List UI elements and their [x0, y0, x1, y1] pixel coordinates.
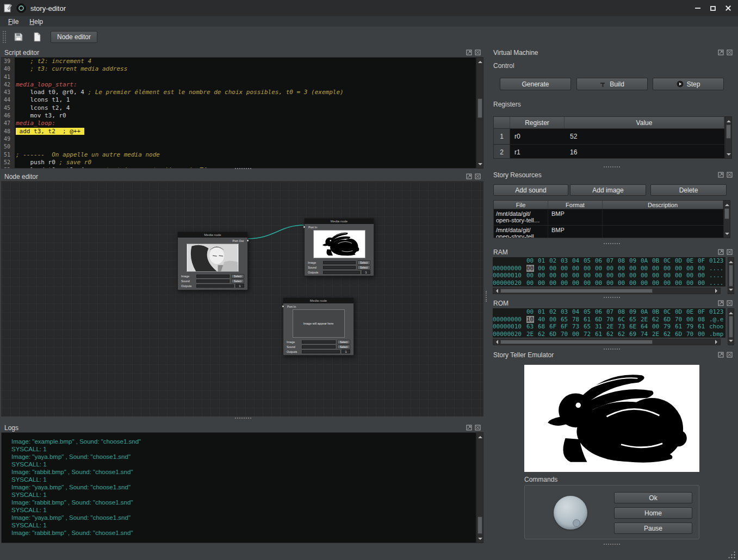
scrollbar-thumb[interactable]: [500, 340, 653, 344]
scroll-up-icon[interactable]: [477, 58, 483, 65]
hex-byte[interactable]: 00: [595, 265, 606, 272]
hex-byte[interactable]: 00: [584, 265, 595, 272]
media-node-empty[interactable]: Media node Port In Image will appear her…: [283, 297, 354, 356]
new-file-button[interactable]: [30, 30, 44, 44]
scroll-right-icon[interactable]: [714, 339, 720, 345]
hex-byte[interactable]: 00: [618, 279, 629, 287]
scroll-down-icon[interactable]: [477, 161, 483, 168]
registers-scrollbar[interactable]: [725, 116, 732, 159]
node-row-field[interactable]: [302, 345, 336, 349]
resource-row[interactable]: /mnt/data/git/ open-story-tell…BMP: [494, 226, 723, 238]
hex-byte[interactable]: 65: [584, 323, 595, 331]
media-node-yaya[interactable]: Media node Port Out ImageSelectSoundSele…: [177, 232, 248, 290]
scroll-up-icon[interactable]: [477, 433, 483, 440]
scroll-up-icon[interactable]: [728, 309, 734, 316]
maximize-button[interactable]: [706, 2, 720, 14]
close-panel-icon[interactable]: [727, 49, 733, 55]
resources-scrollbar[interactable]: [723, 200, 730, 238]
hex-byte[interactable]: 00: [606, 272, 618, 279]
hex-byte[interactable]: 61: [698, 323, 709, 331]
hex-byte[interactable]: 69: [629, 331, 641, 338]
close-panel-icon[interactable]: [475, 49, 481, 55]
hex-byte[interactable]: 00: [584, 272, 595, 279]
hex-byte[interactable]: 00: [675, 272, 686, 279]
hex-byte[interactable]: 6D: [549, 331, 561, 338]
hex-byte[interactable]: 31: [595, 323, 606, 331]
float-panel-icon[interactable]: [466, 49, 472, 55]
hex-byte[interactable]: 70: [606, 316, 618, 323]
script-scrollbar[interactable]: [476, 57, 483, 169]
float-panel-icon[interactable]: [718, 49, 724, 55]
hex-byte[interactable]: 65: [629, 316, 641, 323]
hex-byte[interactable]: 61: [584, 316, 595, 323]
hex-byte[interactable]: 00: [618, 272, 629, 279]
hex-byte[interactable]: 00: [572, 331, 584, 338]
hex-byte[interactable]: 00: [698, 272, 709, 279]
hex-byte[interactable]: 61: [675, 323, 686, 331]
close-panel-icon[interactable]: [727, 352, 733, 358]
hex-byte[interactable]: 00: [641, 272, 652, 279]
input-port[interactable]: [303, 226, 306, 228]
hex-byte[interactable]: 70: [686, 331, 698, 338]
node-row-field[interactable]: [323, 266, 356, 269]
row-number-header[interactable]: [494, 117, 510, 128]
hex-byte[interactable]: 00: [549, 316, 561, 323]
scrollbar-thumb[interactable]: [729, 265, 733, 287]
hex-byte[interactable]: 6D: [675, 331, 686, 338]
hex-byte[interactable]: 08: [698, 316, 709, 323]
hex-byte[interactable]: 00: [549, 265, 561, 272]
hex-byte[interactable]: 00: [572, 265, 584, 272]
hex-byte[interactable]: 64: [641, 323, 652, 331]
hex-byte[interactable]: 10: [526, 316, 534, 323]
hex-byte[interactable]: 62: [663, 331, 675, 338]
hex-byte[interactable]: 00: [686, 265, 698, 272]
logs-view[interactable]: Image: "example.bmp" , Sound: "choose1.s…: [1, 432, 476, 543]
hex-byte[interactable]: 00: [606, 279, 618, 287]
scroll-left-icon[interactable]: [493, 339, 500, 345]
minimize-button[interactable]: [691, 2, 704, 14]
hex-byte[interactable]: 79: [663, 323, 675, 331]
hex-byte[interactable]: 00: [641, 279, 652, 287]
hex-byte[interactable]: 00: [641, 265, 652, 272]
node-row-field[interactable]: [302, 350, 340, 353]
select-button[interactable]: Select: [337, 345, 350, 349]
format-column-header[interactable]: Format: [548, 201, 603, 209]
scroll-down-icon[interactable]: [728, 338, 734, 345]
hex-byte[interactable]: 00: [606, 265, 618, 272]
select-button[interactable]: Select: [357, 260, 370, 265]
hex-byte[interactable]: 2E: [526, 331, 538, 338]
scroll-up-icon[interactable]: [728, 258, 734, 265]
rom-hscrollbar[interactable]: [493, 339, 721, 345]
scrollbar-thumb[interactable]: [726, 125, 731, 139]
float-panel-icon[interactable]: [718, 172, 724, 178]
hex-byte[interactable]: 72: [584, 331, 595, 338]
hex-byte[interactable]: 00: [629, 265, 641, 272]
hex-byte[interactable]: 70: [561, 331, 572, 338]
menu-file[interactable]: File: [3, 17, 23, 26]
close-panel-icon[interactable]: [475, 425, 481, 431]
ram-vscrollbar[interactable]: [728, 257, 734, 294]
hex-byte[interactable]: 00: [675, 279, 686, 287]
rom-hex[interactable]: 000102030405060708090A0B0C0D0E0F01234567…: [493, 308, 725, 338]
splitter-handle[interactable]: [235, 168, 251, 169]
node-row-field[interactable]: [196, 284, 234, 288]
hex-byte[interactable]: 00: [526, 265, 534, 272]
scrollbar-thumb[interactable]: [729, 316, 733, 338]
hex-byte[interactable]: 00: [595, 272, 606, 279]
hex-byte[interactable]: 00: [663, 279, 675, 287]
resource-row[interactable]: /mnt/data/git/ open-story-tell…BMP: [494, 209, 723, 226]
description-column-header[interactable]: Description: [603, 201, 723, 209]
scroll-down-icon[interactable]: [724, 231, 730, 238]
logs-scrollbar[interactable]: [476, 432, 483, 543]
window-resize-grip[interactable]: [728, 551, 735, 558]
step-button[interactable]: Step: [653, 78, 724, 90]
hex-byte[interactable]: 00: [538, 272, 549, 279]
hex-byte[interactable]: 62: [652, 316, 663, 323]
node-row-field[interactable]: [323, 261, 356, 264]
pause-button[interactable]: Pause: [614, 522, 692, 534]
file-column-header[interactable]: File: [494, 201, 548, 209]
output-port[interactable]: [246, 239, 249, 242]
float-panel-icon[interactable]: [718, 352, 724, 358]
ram-hex[interactable]: 000102030405060708090A0B0C0D0E0F01234567…: [493, 257, 725, 287]
node-editor-toggle-button[interactable]: Node editor: [51, 31, 97, 43]
